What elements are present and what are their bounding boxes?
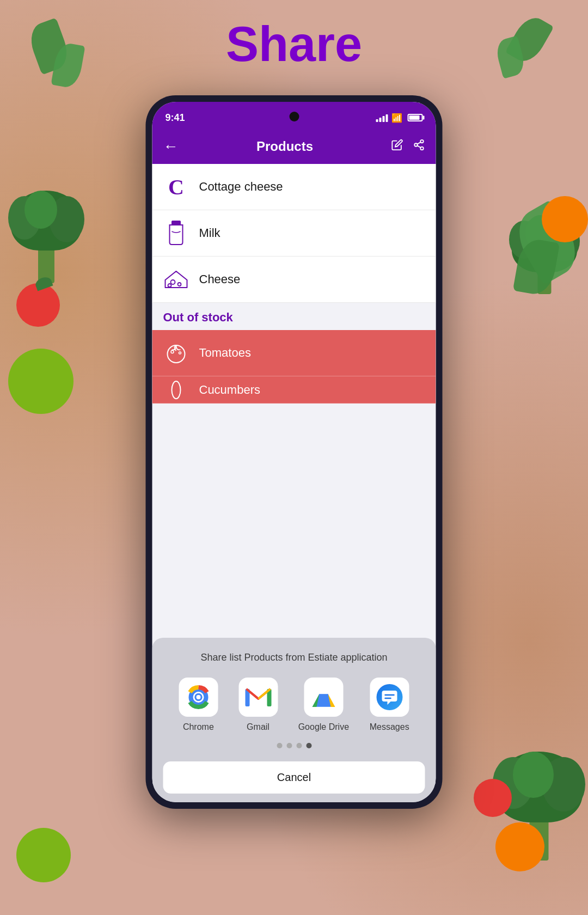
share-apps-row: Chrome (163, 678, 425, 732)
list-item[interactable]: C Cottage cheese (152, 164, 436, 210)
battery-fill (409, 115, 420, 120)
dot-4 (306, 743, 311, 748)
svg-point-6 (171, 280, 175, 284)
share-app-chrome[interactable]: Chrome (179, 678, 218, 732)
share-sheet: Share list Products from Estiate applica… (152, 638, 436, 802)
header-title: Products (256, 139, 313, 154)
dots-indicator (163, 743, 425, 748)
share-sheet-title: Share list Products from Estiate applica… (163, 651, 425, 664)
svg-line-3 (417, 145, 420, 148)
status-time: 9:41 (166, 112, 185, 124)
list-item[interactable]: Cucumbers (152, 376, 436, 404)
messages-app-icon (370, 678, 409, 717)
signal-bar-2 (379, 118, 382, 122)
list-item[interactable]: Milk (152, 210, 436, 257)
app-header: ← Products (152, 129, 436, 164)
svg-point-11 (179, 352, 181, 354)
product-name: Milk (199, 226, 220, 240)
status-icons: 📶 (376, 113, 423, 123)
camera-notch (289, 112, 299, 121)
share-icon[interactable] (413, 139, 425, 154)
list-item[interactable]: Cheese (152, 257, 436, 303)
svg-point-10 (171, 351, 174, 353)
gmail-label: Gmail (247, 722, 270, 732)
wifi-icon: 📶 (391, 113, 402, 123)
cucumber-icon (163, 377, 189, 403)
signal-bar-1 (376, 119, 378, 122)
messages-label: Messages (370, 722, 409, 732)
milk-icon (163, 220, 189, 246)
tomato-icon (163, 340, 189, 366)
header-actions (391, 139, 425, 154)
battery-icon (408, 114, 423, 121)
svg-point-7 (178, 283, 181, 286)
back-button[interactable]: ← (163, 138, 179, 155)
cancel-button[interactable]: Cancel (163, 761, 425, 794)
chrome-label: Chrome (183, 722, 214, 732)
cheese-icon (163, 266, 189, 292)
phone-screen: 9:41 📶 ← Products (152, 102, 436, 802)
phone-frame: 9:41 📶 ← Products (146, 95, 443, 809)
gdrive-label: Google Drive (298, 722, 349, 732)
edit-icon[interactable] (391, 139, 403, 154)
share-app-gdrive[interactable]: Google Drive (298, 678, 349, 732)
signal-bars-icon (376, 113, 388, 122)
svg-line-4 (417, 142, 420, 144)
list-item[interactable]: Tomatoes (152, 330, 436, 376)
product-name: Tomatoes (199, 346, 251, 360)
dot-1 (277, 743, 282, 748)
out-of-stock-label: Out of stock (152, 303, 436, 330)
product-name: Cottage cheese (199, 180, 283, 194)
product-name: Cheese (199, 272, 241, 286)
cottage-cheese-icon: C (163, 174, 189, 200)
out-of-stock-section: Out of stock Tomatoes (152, 303, 436, 404)
svg-point-8 (168, 284, 171, 287)
share-app-messages[interactable]: Messages (370, 678, 409, 732)
product-list: C Cottage cheese Milk (152, 164, 436, 303)
signal-bar-4 (386, 114, 388, 122)
svg-rect-5 (172, 221, 181, 225)
page-title: Share (0, 16, 588, 72)
dot-2 (286, 743, 292, 748)
svg-point-12 (172, 381, 181, 399)
signal-bar-3 (383, 116, 385, 122)
gdrive-app-icon (304, 678, 343, 717)
chrome-app-icon (179, 678, 218, 717)
gmail-app-icon (238, 678, 278, 717)
product-name: Cucumbers (199, 383, 260, 397)
share-app-gmail[interactable]: Gmail (238, 678, 278, 732)
dot-3 (296, 743, 302, 748)
svg-point-17 (196, 695, 200, 699)
